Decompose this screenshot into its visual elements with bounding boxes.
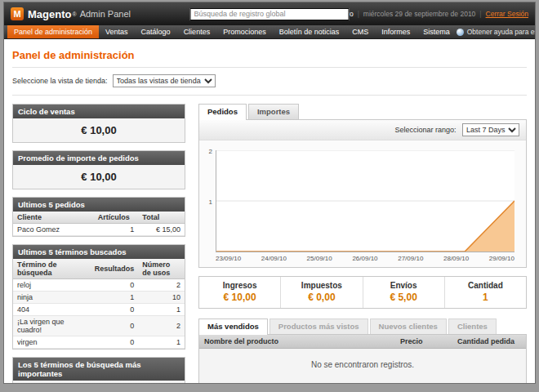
dashboard-columns: Ciclo de ventas € 10,00 Promedio de impo… (12, 104, 527, 383)
chart-toolbar: Seleccionar rango: Last 7 Days (199, 120, 526, 140)
chart-tabs: Pedidos Importes (198, 104, 527, 119)
nav-item-informes[interactable]: Informes (375, 25, 416, 38)
panel-title: Ciclo de ventas (13, 105, 185, 118)
separator: | (358, 10, 359, 18)
stat-value: 1 (448, 292, 523, 303)
divider (12, 67, 527, 68)
column-header: Cliente (13, 212, 94, 224)
products-tabs: Más vendidos Productos más vistos Nuevos… (198, 318, 527, 334)
table-cell: 1 (91, 292, 139, 304)
panel-title: Promedio de importe de pedidos (13, 151, 185, 165)
logo-text: Magento (28, 8, 71, 20)
x-axis-label: 27/09/10 (398, 255, 423, 262)
table-row[interactable]: 40401 (13, 304, 185, 316)
table-cell: € 15,00 (138, 224, 185, 236)
table-cell: 1 (138, 304, 185, 316)
magento-admin-window: M Magento ® Admin Panel Accedió como apa… (3, 2, 536, 384)
x-axis-label: 28/09/10 (443, 255, 469, 262)
orders-chart-panel: Seleccionar rango: Last 7 Days 12 23/09 (198, 119, 527, 268)
table-cell: 404 (13, 304, 91, 316)
table-cell: 0 (91, 316, 139, 336)
table-cell: 1 (94, 224, 139, 236)
global-search-input[interactable] (190, 8, 350, 20)
stat-value: € 5,00 (367, 292, 441, 303)
lifetime-sales-panel: Ciclo de ventas € 10,00 (12, 104, 185, 143)
tab-mas-vendidos[interactable]: Más vendidos (198, 318, 268, 335)
table-cell: 1 (138, 336, 185, 349)
store-view-select[interactable]: Todas las vistas de tienda (113, 74, 216, 87)
nav-item-promociones[interactable]: Promociones (216, 25, 273, 38)
stat-impuestos: Impuestos € 0,00 (280, 277, 362, 308)
logout-link[interactable]: Cerrar Sesión (486, 10, 528, 18)
average-orders-panel: Promedio de importe de pedidos € 10,00 (12, 150, 185, 189)
orders-chart: 12 23/09/1024/09/1025/09/1026/09/1027/09… (199, 140, 526, 267)
magento-logo-icon: M (11, 7, 24, 20)
column-header: Cantidad pedida (452, 335, 526, 349)
tab-importes[interactable]: Importes (248, 104, 299, 119)
main-nav: Panel de administración Ventas Catálogo … (4, 25, 535, 39)
last-orders-table: Cliente Artículos Total Paco Gomez1€ 15,… (13, 212, 185, 236)
area-chart-svg (216, 150, 514, 252)
nav-item-catalogo[interactable]: Catálogo (135, 25, 177, 38)
nav-item-boletin[interactable]: Boletín de noticias (273, 25, 346, 38)
help-label: Obtener ayuda para esta página (467, 28, 536, 36)
nav-item-sistema[interactable]: Sistema (416, 25, 457, 38)
column-header: Nombre del producto (199, 335, 395, 349)
panel-title: Ultimos 5 términos buscados (13, 245, 185, 259)
stat-label: Impuestos (284, 281, 359, 290)
logo-subtitle: Admin Panel (80, 9, 131, 19)
column-header: Resultados (91, 259, 139, 279)
x-axis: 23/09/1024/09/1025/09/1026/09/1027/09/10… (203, 255, 514, 262)
column-header: Término de búsqueda (13, 259, 91, 279)
table-row[interactable]: ninja110 (13, 292, 185, 304)
top-search-terms-panel: Los 5 términos de búsqueda más important… (12, 357, 185, 383)
panel-title: Ultimos 5 pedidos (13, 198, 185, 212)
nav-item-clientes[interactable]: Clientes (177, 25, 217, 38)
stat-envios: Envíos € 5,00 (363, 277, 444, 308)
help-link[interactable]: Obtener ayuda para esta página (457, 25, 536, 38)
table-cell: reloj (13, 279, 91, 292)
tab-pedidos[interactable]: Pedidos (198, 104, 247, 120)
x-axis-label: 24/09/10 (261, 255, 287, 262)
table-cell: ninja (13, 292, 91, 304)
separator: | (479, 10, 481, 18)
table-cell: 0 (91, 336, 139, 349)
nav-item-cms[interactable]: CMS (345, 25, 375, 38)
bestsellers-table: Nombre del producto Precio Cantidad pedi… (199, 335, 526, 349)
column-header: Término de búsqueda (13, 381, 91, 383)
table-cell: 0 (91, 304, 139, 316)
table-row[interactable]: Paco Gomez1€ 15,00 (13, 224, 185, 236)
content-area: Panel de administración Seleccione la vi… (4, 39, 535, 383)
registered-mark: ® (72, 11, 76, 17)
column-header: Número de usos (138, 381, 185, 383)
stat-value: € 10,00 (203, 292, 277, 303)
table-cell: 10 (138, 292, 185, 304)
table-cell: Paco Gomez (13, 224, 94, 236)
x-axis-label: 25/09/10 (307, 255, 332, 262)
tab-clientes[interactable]: Clientes (448, 318, 497, 334)
tab-productos-vistos[interactable]: Productos más vistos (270, 318, 368, 334)
bestsellers-panel: Nombre del producto Precio Cantidad pedi… (198, 334, 527, 383)
range-select[interactable]: Last 7 Days (462, 123, 519, 136)
table-cell: virgen (13, 336, 91, 349)
help-icon (457, 29, 464, 36)
y-axis: 12 (203, 150, 216, 252)
table-row[interactable]: reloj02 (13, 279, 185, 292)
y-axis-label: 2 (209, 148, 212, 155)
column-header: Número de usos (138, 259, 185, 279)
empty-records-message: No se encontraron registros. (199, 349, 526, 383)
table-cell: 2 (138, 316, 185, 336)
left-column: Ciclo de ventas € 10,00 Promedio de impo… (12, 104, 185, 383)
totals-bar: Ingresos € 10,00 Impuestos € 0,00 Envíos… (198, 276, 527, 309)
table-row[interactable]: virgen01 (13, 336, 185, 349)
table-row[interactable]: ¡La virgen que cuadro!02 (13, 316, 185, 336)
right-column: Pedidos Importes Seleccionar rango: Last… (198, 104, 527, 383)
nav-item-ventas[interactable]: Ventas (99, 25, 135, 38)
store-view-label: Seleccione la vista de tienda: (12, 77, 108, 85)
nav-item-dashboard[interactable]: Panel de administración (7, 25, 99, 38)
header-bar: M Magento ® Admin Panel Accedió como apa… (4, 2, 535, 25)
x-axis-label: 29/09/10 (489, 255, 514, 262)
page-title: Panel de administración (12, 49, 527, 61)
magento-logo[interactable]: M Magento ® Admin Panel (11, 7, 131, 20)
tab-nuevos-clientes[interactable]: Nuevos clientes (370, 318, 447, 334)
